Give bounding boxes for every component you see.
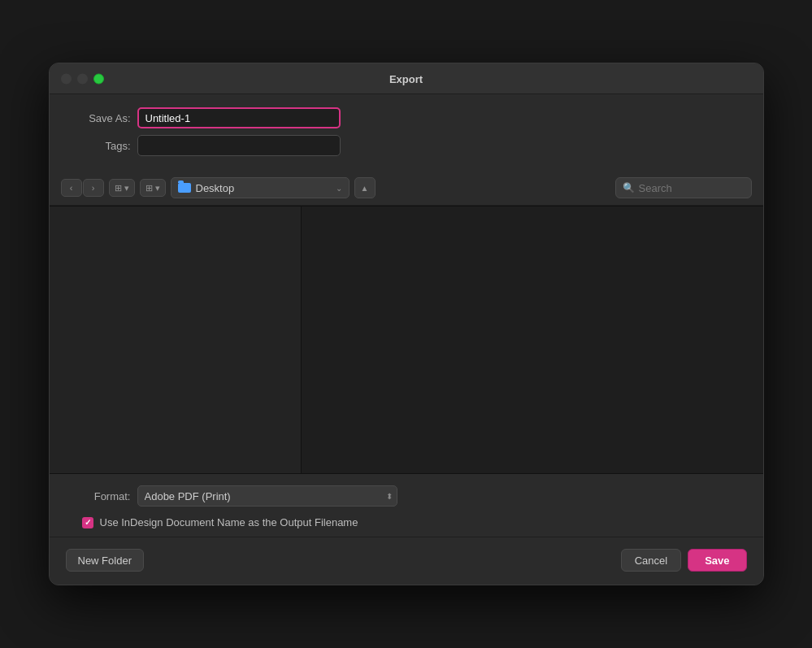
forward-button[interactable]: › [83, 179, 104, 197]
columns-icon: ⊞ [115, 183, 122, 194]
file-browser [50, 206, 763, 474]
footer: New Folder Cancel Save [50, 537, 763, 585]
grid-icon: ⊞ [145, 183, 153, 194]
checkbox-label: Use InDesign Document Name as the Output… [100, 516, 358, 528]
traffic-lights [61, 73, 104, 84]
format-select-wrapper: Adobe PDF (Print) Adobe PDF (Interactive… [137, 485, 397, 507]
back-button[interactable]: ‹ [61, 179, 82, 197]
form-area: Save As: Tags: [50, 94, 763, 171]
forward-icon: › [92, 183, 95, 193]
format-label: Format: [66, 490, 131, 502]
footer-right: Cancel Save [621, 549, 747, 572]
location-dropdown[interactable]: Desktop ⌄ Desktop Documents Downloads [171, 177, 350, 198]
search-icon: 🔍 [623, 182, 635, 194]
main-panel [302, 207, 763, 473]
expand-icon: ▲ [361, 184, 369, 193]
checkbox-row: Use InDesign Document Name as the Output… [82, 516, 747, 528]
back-icon: ‹ [70, 183, 73, 193]
search-box: 🔍 [615, 177, 752, 198]
sidebar-panel [50, 207, 302, 473]
tags-row: Tags: [66, 135, 747, 156]
close-button[interactable] [61, 73, 72, 84]
tags-input[interactable] [137, 135, 341, 156]
format-row: Format: Adobe PDF (Print) Adobe PDF (Int… [66, 485, 747, 507]
save-as-row: Save As: [66, 107, 747, 128]
new-folder-button[interactable]: New Folder [66, 549, 144, 572]
nav-group: ‹ › [61, 179, 104, 197]
search-input[interactable] [639, 182, 745, 194]
view-columns-button[interactable]: ⊞ ▾ [109, 179, 135, 197]
expand-button[interactable]: ▲ [354, 177, 376, 198]
minimize-button[interactable] [77, 73, 88, 84]
format-select[interactable]: Adobe PDF (Print) Adobe PDF (Interactive… [137, 485, 397, 507]
options-area: Format: Adobe PDF (Print) Adobe PDF (Int… [50, 474, 763, 537]
save-as-input[interactable] [137, 107, 341, 128]
save-button[interactable]: Save [688, 549, 746, 572]
use-document-name-checkbox[interactable] [82, 517, 93, 528]
toolbar: ‹ › ⊞ ▾ ⊞ ▾ Desktop ⌄ Desktop Documents … [50, 171, 763, 206]
save-as-label: Save As: [66, 112, 131, 124]
view-columns-chevron: ▾ [124, 183, 129, 194]
maximize-button[interactable] [93, 73, 104, 84]
dialog-title: Export [389, 73, 423, 85]
view-grid-chevron: ▾ [155, 183, 160, 194]
cancel-button[interactable]: Cancel [621, 549, 681, 572]
view-grid-button[interactable]: ⊞ ▾ [140, 179, 166, 197]
title-bar: Export [50, 63, 763, 94]
export-dialog: Export Save As: Tags: ‹ › ⊞ ▾ ⊞ ▾ [49, 63, 764, 585]
tags-label: Tags: [66, 140, 131, 152]
